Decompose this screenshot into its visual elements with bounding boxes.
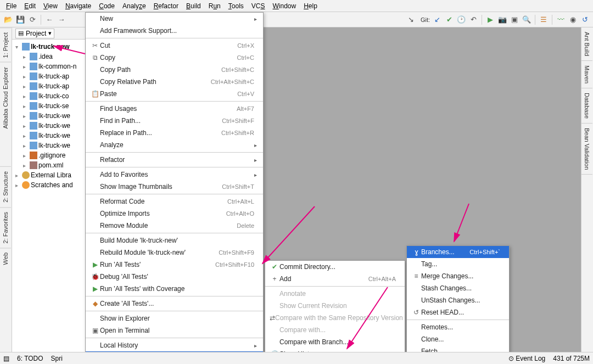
menu-item[interactable]: Stash Changes...: [407, 282, 509, 294]
menu-item[interactable]: 🐞Debug 'All Tests': [86, 271, 263, 283]
menu-item[interactable]: Show Image ThumbnailsCtrl+Shift+T: [86, 181, 263, 193]
tool-window-icon[interactable]: ▣: [510, 15, 519, 25]
open-icon[interactable]: 📂: [3, 15, 13, 25]
menu-analyze[interactable]: Analyze: [119, 1, 150, 11]
camera-icon[interactable]: 📷: [497, 15, 507, 25]
menu-item[interactable]: Find UsagesAlt+F7: [86, 103, 263, 115]
status-spring[interactable]: Spri: [51, 355, 63, 362]
menu-item[interactable]: Tag...: [407, 258, 509, 270]
target-icon[interactable]: ◉: [568, 15, 578, 25]
menu-item[interactable]: Reformat CodeCtrl+Alt+L: [86, 195, 263, 208]
link-icon[interactable]: ↺: [580, 15, 590, 25]
menu-item[interactable]: 📋PasteCtrl+V: [86, 88, 263, 100]
menu-item[interactable]: Optimize ImportsCtrl+Alt+O: [86, 208, 263, 220]
menu-help[interactable]: Help: [300, 1, 321, 11]
project-view-combo[interactable]: ▤ Project ▾: [15, 29, 54, 38]
menu-code[interactable]: Code: [95, 1, 119, 11]
menu-item[interactable]: ▶Run 'All Tests' with Coverage: [86, 283, 263, 295]
menu-item[interactable]: ✔Commit Directory...: [265, 261, 405, 273]
menu-vcs[interactable]: VCS: [248, 1, 269, 11]
menu-item[interactable]: ✂CutCtrl+X: [86, 40, 263, 52]
left-tool-windows: 1: Project Alibaba Cloud Explorer 2: Str…: [0, 27, 12, 352]
tab-project[interactable]: 1: Project: [0, 27, 11, 62]
git-label: Git:: [421, 16, 430, 23]
back-icon[interactable]: ←: [44, 15, 54, 25]
menu-item: Compare with...: [265, 324, 405, 336]
history-icon[interactable]: 🕑: [456, 15, 466, 25]
menu-item[interactable]: Refactor▸: [86, 154, 263, 166]
menu-item[interactable]: +AddCtrl+Alt+A: [265, 273, 405, 285]
menu-item[interactable]: ↺Reset HEAD...: [407, 306, 509, 318]
menu-item[interactable]: ≡Merge Changes...: [407, 270, 509, 282]
revert-icon[interactable]: ↶: [468, 15, 478, 25]
tab-ant[interactable]: Ant Build: [581, 27, 592, 61]
menu-item[interactable]: ⧉CopyCtrl+C: [86, 52, 263, 64]
menu-item[interactable]: New▸: [86, 13, 263, 25]
menu-item[interactable]: ▶Run 'All Tests'Ctrl+Shift+F10: [86, 259, 263, 271]
menu-item[interactable]: Build Module 'lk-truck-new': [86, 234, 263, 247]
menu-file[interactable]: File: [2, 1, 20, 11]
menu-item[interactable]: Replace in Path...Ctrl+Shift+R: [86, 127, 263, 139]
tab-structure[interactable]: 2: Structure: [0, 166, 11, 207]
repository-submenu[interactable]: ɣBranches...Ctrl+Shift+`Tag...≡Merge Cha…: [406, 245, 510, 364]
status-event-log[interactable]: ⊙ Event Log: [508, 355, 545, 362]
tab-bean-validation[interactable]: Bean Validation: [581, 124, 592, 175]
menu-item[interactable]: Add Framework Support...: [86, 25, 263, 37]
menu-item[interactable]: UnStash Changes...: [407, 294, 509, 306]
tab-database[interactable]: Database: [581, 88, 592, 124]
menu-item: Annotate: [265, 288, 405, 300]
status-windows-icon[interactable]: ▤: [3, 355, 9, 362]
menu-item[interactable]: Remove ModuleDelete: [86, 220, 263, 232]
status-memory[interactable]: 431 of 725M: [553, 355, 590, 362]
menu-item[interactable]: Compare with Branch...: [265, 336, 405, 348]
tab-maven[interactable]: Maven: [581, 61, 592, 88]
menu-item[interactable]: Find in Path...Ctrl+Shift+F: [86, 115, 263, 127]
commit-icon[interactable]: ✔: [444, 15, 454, 25]
forward-icon[interactable]: →: [57, 15, 66, 25]
right-tool-windows: Ant Build Maven Database Bean Validation: [581, 27, 593, 352]
save-icon[interactable]: 💾: [15, 15, 25, 25]
menu-item[interactable]: ▣Open in Terminal: [86, 324, 263, 337]
menu-item[interactable]: Local History▸: [86, 339, 263, 351]
menu-item[interactable]: Rebuild Module 'lk-truck-new'Ctrl+Shift+…: [86, 247, 263, 259]
menu-item[interactable]: Show in Explorer: [86, 312, 263, 324]
menu-item[interactable]: Copy Relative PathCtrl+Alt+Shift+C: [86, 76, 263, 88]
menubar: File Edit View Navigate Code Analyze Ref…: [0, 0, 593, 12]
separator: [482, 15, 482, 25]
tab-web[interactable]: Web: [0, 248, 11, 269]
menu-item[interactable]: ◆Create 'All Tests'...: [86, 298, 263, 310]
alibaba-icon[interactable]: ☰: [539, 15, 549, 25]
menu-navigate[interactable]: Navigate: [61, 1, 95, 11]
menu-run[interactable]: Run: [205, 1, 225, 11]
menu-item[interactable]: Copy PathCtrl+Shift+C: [86, 64, 263, 76]
menu-item: ⇄Compare with the Same Repository Versio…: [265, 312, 405, 324]
menu-item[interactable]: Clone...: [407, 333, 509, 345]
menu-item[interactable]: Add to Favorites▸: [86, 169, 263, 181]
tab-favorites[interactable]: 2: Favorites: [0, 207, 11, 248]
menu-view[interactable]: View: [40, 1, 61, 11]
menu-window[interactable]: Window: [268, 1, 300, 11]
project-context-menu[interactable]: New▸Add Framework Support...✂CutCtrl+X⧉C…: [85, 12, 264, 364]
menu-build[interactable]: Build: [182, 1, 205, 11]
search-icon[interactable]: 🔍: [522, 15, 532, 25]
hammer-icon[interactable]: ↘: [406, 15, 416, 25]
update-icon[interactable]: ↙: [432, 15, 442, 25]
chart-icon[interactable]: 〰: [556, 15, 566, 25]
menu-item[interactable]: ɣBranches...Ctrl+Shift+`: [407, 246, 509, 258]
separator: [41, 15, 41, 25]
git-submenu[interactable]: ✔Commit Directory...+AddCtrl+Alt+AAnnota…: [265, 260, 405, 364]
menu-item[interactable]: Remotes...: [407, 321, 509, 333]
separator: [535, 15, 535, 25]
separator: [552, 15, 552, 25]
run-icon[interactable]: ▶: [485, 15, 495, 25]
menu-refactor[interactable]: Refactor: [150, 1, 182, 11]
sync-icon[interactable]: ⟳: [27, 15, 37, 25]
menu-item: Show Current Revision: [265, 300, 405, 312]
status-todo[interactable]: 6: TODO: [17, 355, 43, 362]
menu-item[interactable]: Analyze▸: [86, 139, 263, 151]
menu-edit[interactable]: Edit: [20, 1, 40, 11]
status-bar: ▤ 6: TODO Spri ⊙ Event Log 431 of 725M: [0, 352, 593, 364]
tab-alibaba[interactable]: Alibaba Cloud Explorer: [0, 62, 11, 133]
menu-tools[interactable]: Tools: [225, 1, 248, 11]
